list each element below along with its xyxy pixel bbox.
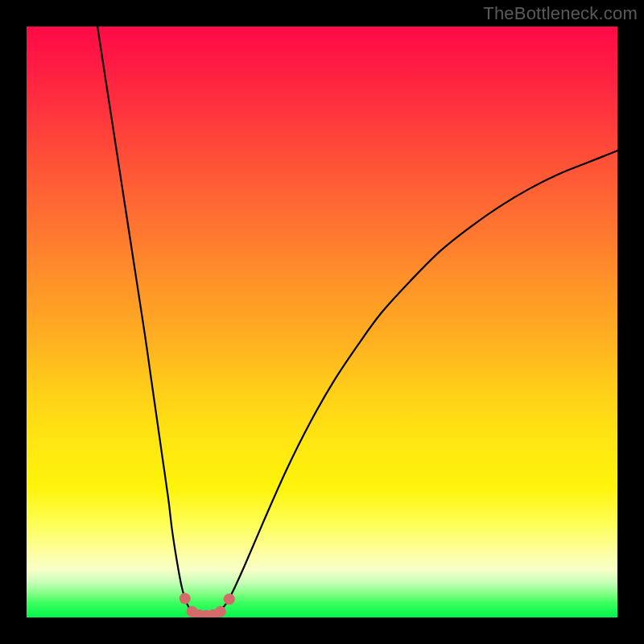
trough-marker (224, 593, 235, 605)
curve-layer (27, 27, 617, 617)
chart-frame: TheBottleneck.com (0, 0, 644, 644)
plot-area (27, 27, 617, 617)
watermark-text: TheBottleneck.com (483, 3, 638, 24)
trough-marker (215, 606, 226, 617)
trough-marker (180, 593, 191, 605)
bottleneck-curve (97, 27, 617, 616)
